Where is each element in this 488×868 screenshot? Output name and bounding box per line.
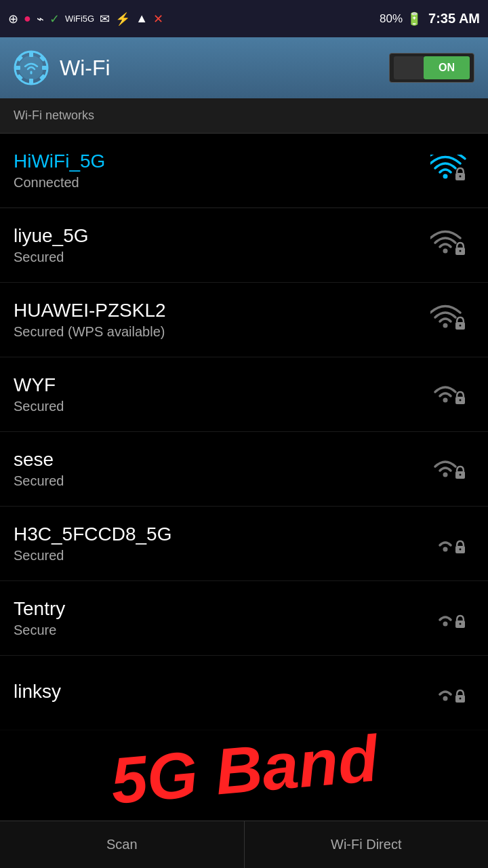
svg-point-28 (443, 621, 448, 626)
network-item[interactable]: HUAWEI-PZSKL2Secured (WPS available) (0, 283, 488, 357)
network-info: liyue_5GSecured (14, 225, 427, 265)
network-status: Secured (14, 548, 427, 564)
network-name: HUAWEI-PZSKL2 (14, 300, 427, 321)
network-status: Connected (14, 175, 427, 191)
network-info: HiWiFi_5GConnected (14, 151, 427, 191)
network-status: Secured (14, 250, 427, 265)
wifi-direct-button[interactable]: Wi-Fi Direct (245, 821, 489, 869)
overlay-banner: 5G Band (0, 719, 488, 821)
network-item[interactable]: TentrySecure (0, 581, 488, 656)
mail-icon: ✉ (100, 12, 110, 26)
svg-rect-4 (15, 66, 20, 70)
network-item[interactable]: seseSecured (0, 432, 488, 507)
network-info: WYFSecured (14, 374, 427, 414)
network-name: Tentry (14, 598, 427, 620)
network-item[interactable]: liyue_5GSecured (0, 208, 488, 283)
network-name: HiWiFi_5G (14, 151, 427, 172)
wifi-signal-icon (427, 222, 474, 269)
check-icon: ✓ (49, 12, 60, 26)
signal-icon: ▲ (136, 12, 148, 26)
network-name: WYF (14, 374, 427, 396)
network-name: sese (14, 449, 427, 471)
wifi-signal-icon (427, 446, 474, 493)
toggle-off-area (394, 56, 424, 79)
network-name: H3C_5FCCD8_5G (14, 524, 427, 545)
toggle-on-label: ON (424, 56, 470, 79)
section-header-text: Wi-Fi networks (14, 108, 94, 123)
svg-point-16 (443, 323, 448, 328)
svg-point-30 (460, 623, 462, 625)
svg-point-31 (443, 696, 448, 701)
wifi-signal-icon (427, 371, 474, 418)
usb-icon: ⌁ (37, 12, 44, 26)
svg-point-24 (460, 473, 462, 475)
status-bar-left: ⊕ ● ⌁ ✓ WiFi5G ✉ ⚡ ▲ ✕ (8, 12, 163, 26)
network-item[interactable]: H3C_5FCCD8_5GSecured (0, 507, 488, 581)
battery-percentage: 80% (380, 12, 403, 26)
svg-point-25 (443, 547, 448, 551)
app-icon: ● (24, 12, 31, 26)
wifi-direct-label: Wi-Fi Direct (331, 837, 401, 852)
wifi-settings-icon (14, 50, 49, 85)
wifi-5g-icon: WiFi5G (65, 14, 94, 24)
wifi-signal-icon (427, 595, 474, 642)
network-info: H3C_5FCCD8_5GSecured (14, 524, 427, 564)
header-left: Wi-Fi (14, 50, 110, 85)
network-name: liyue_5G (14, 225, 427, 247)
status-bar: ⊕ ● ⌁ ✓ WiFi5G ✉ ⚡ ▲ ✕ 80% 🔋 7:35 AM (0, 0, 488, 37)
status-bar-right: 80% 🔋 7:35 AM (380, 11, 480, 26)
network-status: Secured (WPS available) (14, 324, 427, 340)
bottom-bar: Scan Wi-Fi Direct (0, 821, 488, 868)
network-info: linksy (14, 681, 427, 705)
network-info: TentrySecure (14, 598, 427, 638)
wifi-signal-icon (427, 296, 474, 344)
network-info: seseSecured (14, 449, 427, 489)
section-header: Wi-Fi networks (0, 98, 488, 134)
wifi-signal-icon (427, 147, 474, 195)
svg-point-19 (443, 397, 448, 402)
network-status: Secured (14, 399, 427, 414)
battery-icon: 🔋 (407, 12, 422, 26)
svg-point-21 (460, 399, 462, 401)
network-item[interactable]: HiWiFi_5GConnected (0, 134, 488, 208)
scan-button[interactable]: Scan (0, 821, 245, 869)
svg-rect-2 (29, 52, 33, 57)
network-name: linksy (14, 681, 427, 703)
scan-label: Scan (106, 837, 138, 852)
wifi-signal-icon (427, 520, 474, 568)
svg-point-15 (460, 250, 462, 252)
network-item[interactable]: WYFSecured (0, 357, 488, 432)
wifi-toggle[interactable]: ON (389, 53, 474, 83)
svg-point-22 (443, 472, 448, 477)
network-status: Secured (14, 473, 427, 489)
svg-point-33 (460, 697, 462, 699)
bluetooth-icon: ⚡ (115, 12, 130, 26)
page-title: Wi-Fi (60, 56, 110, 81)
overlay-text: 5G Band (108, 721, 381, 818)
svg-point-12 (460, 175, 462, 177)
add-icon: ⊕ (8, 12, 18, 26)
signal-x-icon: ✕ (153, 12, 163, 26)
network-info: HUAWEI-PZSKL2Secured (WPS available) (14, 300, 427, 340)
svg-point-13 (443, 248, 448, 253)
wifi-header: Wi-Fi ON (0, 37, 488, 98)
time-display: 7:35 AM (428, 11, 480, 26)
network-status: Secure (14, 623, 427, 638)
svg-rect-5 (42, 66, 47, 70)
svg-rect-3 (29, 79, 33, 84)
network-list: HiWiFi_5GConnected liyue_5GSecured HUAWE… (0, 134, 488, 730)
wifi-signal-icon (427, 669, 474, 717)
svg-point-27 (460, 548, 462, 550)
svg-point-18 (460, 324, 462, 326)
svg-point-10 (443, 174, 448, 178)
